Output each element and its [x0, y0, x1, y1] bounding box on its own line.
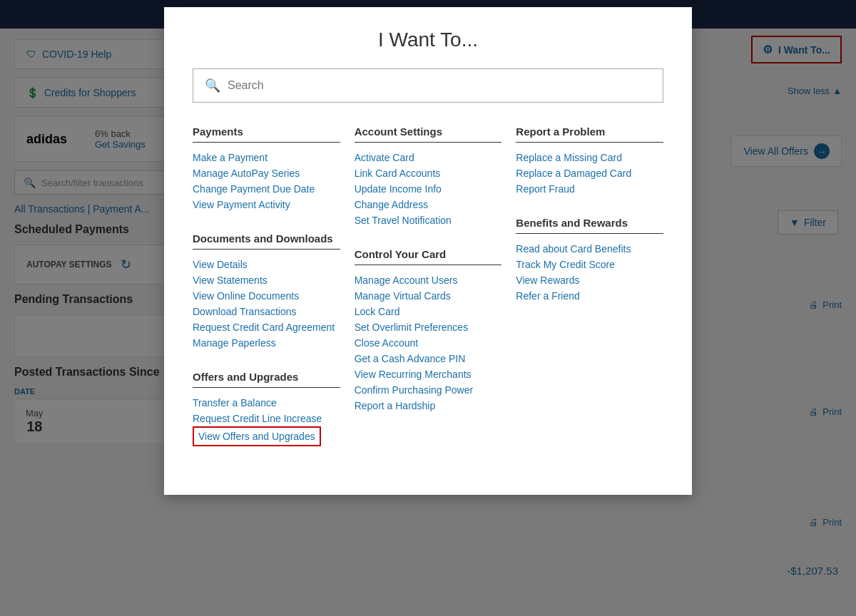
overlimit-prefs-link[interactable]: Set Overlimit Preferences: [355, 319, 502, 335]
manage-paperless-link[interactable]: Manage Paperless: [193, 335, 340, 351]
view-rewards-link[interactable]: View Rewards: [516, 272, 663, 288]
report-problem-title: Report a Problem: [516, 125, 663, 143]
link-card-accounts-link[interactable]: Link Card Accounts: [355, 165, 502, 181]
benefits-rewards-section: Benefits and Rewards Read about Card Ben…: [516, 217, 663, 304]
documents-section-title: Documents and Downloads: [193, 232, 340, 250]
travel-notification-link[interactable]: Set Travel Notification: [355, 212, 502, 228]
replace-missing-card-link[interactable]: Replace a Missing Card: [516, 150, 663, 165]
card-benefits-link[interactable]: Read about Card Benefits: [516, 241, 663, 257]
transfer-balance-link[interactable]: Transfer a Balance: [193, 395, 340, 411]
credit-score-link[interactable]: Track My Credit Score: [516, 257, 663, 272]
offers-section-title: Offers and Upgrades: [193, 371, 340, 388]
recurring-merchants-link[interactable]: View Recurring Merchants: [355, 366, 502, 382]
column-1: Payments Make a Payment Manage AutoPay S…: [193, 125, 340, 466]
account-settings-section: Account Settings Activate Card Link Card…: [355, 125, 502, 228]
request-agreement-link[interactable]: Request Credit Card Agreement: [193, 319, 340, 335]
payments-section: Payments Make a Payment Manage AutoPay S…: [193, 125, 340, 212]
refer-friend-link[interactable]: Refer a Friend: [516, 288, 663, 304]
replace-damaged-card-link[interactable]: Replace a Damaged Card: [516, 165, 663, 181]
view-statements-link[interactable]: View Statements: [193, 272, 340, 288]
control-card-title: Control Your Card: [355, 248, 502, 265]
confirm-purchasing-power-link[interactable]: Confirm Purchasing Power: [355, 382, 502, 398]
offers-section: Offers and Upgrades Transfer a Balance R…: [193, 371, 340, 446]
modal-search-box[interactable]: 🔍: [193, 68, 663, 103]
modal-search-icon: 🔍: [205, 78, 220, 93]
iwantto-modal: I Want To... 🔍 Payments Make a Payment M…: [164, 7, 692, 495]
update-income-link[interactable]: Update Income Info: [355, 181, 502, 197]
manage-account-users-link[interactable]: Manage Account Users: [355, 272, 502, 288]
benefits-rewards-title: Benefits and Rewards: [516, 217, 663, 234]
modal-search-input[interactable]: [228, 79, 651, 92]
manage-virtual-cards-link[interactable]: Manage Virtual Cards: [355, 288, 502, 304]
control-card-section: Control Your Card Manage Account Users M…: [355, 248, 502, 414]
cash-advance-pin-link[interactable]: Get a Cash Advance PIN: [355, 351, 502, 366]
view-offers-upgrades-link[interactable]: View Offers and Upgrades: [193, 426, 321, 446]
activate-card-link[interactable]: Activate Card: [355, 150, 502, 165]
report-fraud-link[interactable]: Report Fraud: [516, 181, 663, 197]
report-problem-section: Report a Problem Replace a Missing Card …: [516, 125, 663, 197]
account-settings-title: Account Settings: [355, 125, 502, 143]
request-credit-line-link[interactable]: Request Credit Line Increase: [193, 411, 340, 426]
view-online-docs-link[interactable]: View Online Documents: [193, 288, 340, 304]
make-payment-link[interactable]: Make a Payment: [193, 150, 340, 165]
payments-section-title: Payments: [193, 125, 340, 143]
view-payment-activity-link[interactable]: View Payment Activity: [193, 197, 340, 212]
documents-section: Documents and Downloads View Details Vie…: [193, 232, 340, 351]
change-due-date-link[interactable]: Change Payment Due Date: [193, 181, 340, 197]
column-2: Account Settings Activate Card Link Card…: [355, 125, 502, 466]
modal-title: I Want To...: [193, 29, 663, 51]
modal-columns: Payments Make a Payment Manage AutoPay S…: [193, 125, 663, 466]
change-address-link[interactable]: Change Address: [355, 197, 502, 212]
download-transactions-link[interactable]: Download Transactions: [193, 304, 340, 319]
report-hardship-link[interactable]: Report a Hardship: [355, 398, 502, 414]
manage-autopay-link[interactable]: Manage AutoPay Series: [193, 165, 340, 181]
column-3: Report a Problem Replace a Missing Card …: [516, 125, 663, 466]
lock-card-link[interactable]: Lock Card: [355, 304, 502, 319]
close-account-link[interactable]: Close Account: [355, 335, 502, 351]
view-details-link[interactable]: View Details: [193, 257, 340, 272]
